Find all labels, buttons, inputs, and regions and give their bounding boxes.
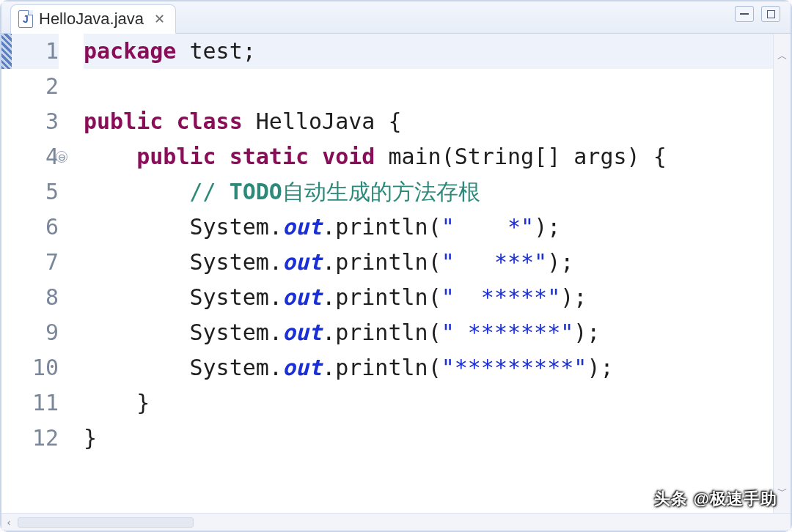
watermark-text: 头条 @极速手助 [654, 488, 777, 510]
code-area[interactable]: package test;public class HelloJava { pu… [69, 34, 773, 513]
line-number: 1 [12, 34, 59, 69]
window-controls [735, 6, 780, 22]
code-line[interactable]: public static void main(String[] args) { [84, 139, 773, 174]
code-line[interactable]: System.out.println(" *"); [84, 210, 773, 245]
line-number: 3 [12, 104, 59, 139]
scroll-thumb[interactable] [18, 517, 194, 528]
line-number: 5 [12, 174, 59, 210]
line-number: 10 [12, 350, 59, 385]
line-number: 12 [12, 421, 59, 456]
code-line[interactable]: System.out.println(" *******"); [84, 315, 773, 350]
line-number: 9 [12, 315, 59, 350]
line-number: 2 [12, 69, 59, 104]
scroll-up-icon[interactable]: ︿ [777, 38, 788, 73]
code-line[interactable]: // TODO自动生成的方法存根 [84, 174, 773, 210]
line-number: 4⊖ [12, 139, 59, 174]
code-line[interactable]: System.out.println("*********"); [84, 350, 773, 385]
code-line[interactable]: package test; [84, 34, 773, 69]
left-margin [1, 34, 12, 513]
line-number: 6 [12, 210, 59, 245]
line-number: 7 [12, 245, 59, 280]
minimize-button[interactable] [735, 6, 754, 22]
code-line[interactable]: System.out.println(" *****"); [84, 280, 773, 315]
vertical-scrollbar[interactable]: ︿ ﹀ [773, 34, 791, 513]
scroll-down-icon[interactable]: ﹀ [777, 473, 788, 509]
file-tab[interactable]: J HelloJava.java ✕ [10, 4, 176, 34]
code-line[interactable]: } [84, 421, 773, 456]
code-editor[interactable]: 1234⊖56789101112 package test;public cla… [1, 34, 791, 513]
code-line[interactable]: public class HelloJava { [84, 104, 773, 139]
line-number: 8 [12, 280, 59, 315]
scroll-left-icon[interactable]: ‹ [6, 517, 12, 528]
titlebar: J HelloJava.java ✕ [1, 1, 791, 34]
tab-filename: HelloJava.java [39, 10, 144, 29]
code-line[interactable] [84, 69, 773, 104]
code-line[interactable]: System.out.println(" ***"); [84, 245, 773, 280]
editor-window: J HelloJava.java ✕ 1234⊖56789101112 pack… [0, 0, 792, 532]
maximize-button[interactable] [761, 6, 780, 22]
maximize-icon [767, 10, 775, 18]
close-icon[interactable]: ✕ [154, 11, 165, 27]
java-file-icon: J [18, 10, 33, 28]
minimize-icon [740, 13, 749, 15]
code-line[interactable]: } [84, 385, 773, 421]
fold-toggle-icon[interactable]: ⊖ [56, 151, 67, 163]
line-number: 11 [12, 385, 59, 421]
line-number-gutter: 1234⊖56789101112 [12, 34, 69, 513]
horizontal-scrollbar[interactable]: ‹ [1, 513, 791, 531]
current-line-marker [1, 34, 12, 69]
